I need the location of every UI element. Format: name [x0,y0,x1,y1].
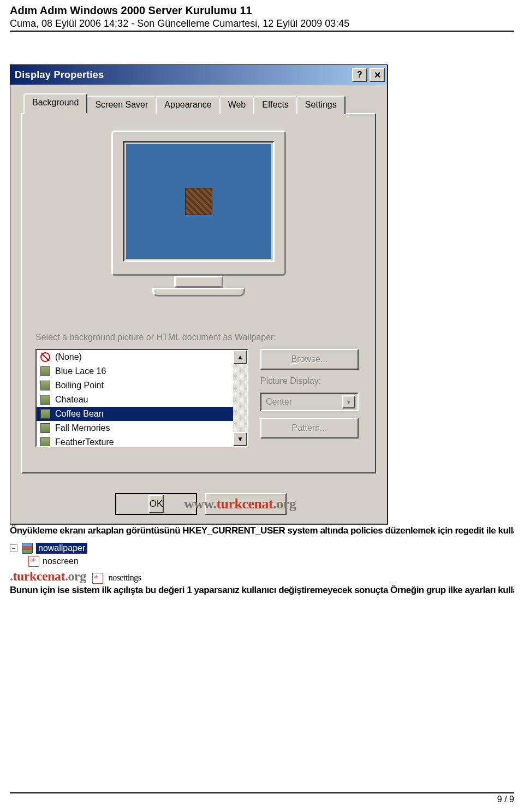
tab-panel-background: Select a background picture or HTML docu… [21,113,376,473]
string-value-icon [28,556,39,567]
list-item[interactable]: Chateau [37,393,233,407]
document-header: Adım Adım Windows 2000 Server Kurulumu 1… [10,4,514,32]
list-item-label: (None) [55,352,82,362]
bitmap-icon [40,380,51,391]
list-item-selected[interactable]: Coffee Bean [37,407,233,421]
registry-row[interactable]: noscreen [28,555,514,568]
bitmap-icon [40,394,51,405]
tree-collapse-icon[interactable]: − [10,544,17,552]
registry-value-label: nosettings [109,573,141,582]
list-item[interactable]: FeatherTexture [37,435,233,447]
registry-snippet: − nowallpaper noscreen .turkcenat.org no… [10,542,514,584]
garbled-text-1: Önyükleme ekranı arkaplan görüntüsünü HK… [10,525,514,540]
tab-effects[interactable]: Effects [253,96,297,114]
combo-value: Center [266,397,292,407]
list-item[interactable]: Boiling Point [37,378,233,393]
monitor-preview [111,131,286,297]
dialog-titlebar[interactable]: Display Properties ? ✕ [10,65,387,85]
watermark-overlay: www.turkcenat.org [184,496,296,512]
tab-web[interactable]: Web [219,96,255,114]
tab-screen-saver[interactable]: Screen Saver [86,96,157,114]
tab-strip: Background Screen Saver Appearance Web E… [21,93,376,113]
desktop-preview [126,144,271,259]
list-item-label: Chateau [55,395,88,405]
picture-display-combo[interactable]: Center ▼ [260,393,359,411]
registry-value-label: noscreen [43,556,79,566]
bitmap-icon [40,408,51,419]
cancel-button[interactable]: Cancel www.turkcenat.org [205,493,287,515]
list-item[interactable]: Blue Lace 16 [37,364,233,378]
watermark-text: .turkcenat.org nosettings [10,569,514,584]
chevron-down-icon[interactable]: ▼ [342,395,355,408]
tab-settings[interactable]: Settings [296,96,346,114]
garbled-text-2: Bunun için ise sistem ilk açılışta bu de… [10,585,514,599]
picture-display-label: Picture Display: [260,376,359,386]
scrollbar-vertical[interactable]: ▲ ▼ [233,350,247,446]
wallpaper-tile-icon [185,188,212,215]
close-button[interactable]: ✕ [370,68,385,82]
help-button[interactable]: ? [352,68,367,82]
list-item[interactable]: (None) [37,350,233,364]
list-item-label: Blue Lace 16 [55,366,106,376]
document-title: Adım Adım Windows 2000 Server Kurulumu 1… [10,4,514,17]
string-value-icon [92,573,103,584]
tab-background[interactable]: Background [23,93,87,114]
display-properties-dialog: Display Properties ? ✕ Background Screen… [10,64,388,524]
registry-value-selected: nowallpaper [36,543,87,554]
tab-appearance[interactable]: Appearance [156,96,220,114]
registry-row[interactable]: − nowallpaper [10,542,514,555]
scroll-track[interactable] [233,364,247,432]
binary-value-icon [22,543,33,554]
page-number: 9 / 9 [497,795,514,804]
bitmap-icon [40,423,51,434]
scroll-up-button[interactable]: ▲ [233,350,247,364]
list-item-label: FeatherTexture [55,437,114,447]
none-icon [40,352,51,363]
document-subtitle: Cuma, 08 Eylül 2006 14:32 - Son Güncelle… [10,18,514,29]
bitmap-icon [40,437,51,447]
dialog-title: Display Properties [15,69,350,81]
bitmap-icon [40,366,51,377]
list-item-label: Boiling Point [55,381,104,390]
list-item[interactable]: Fall Memories [37,421,233,435]
wallpaper-listbox[interactable]: (None) Blue Lace 16 Boiling Point [35,349,248,447]
dialog-button-row: OK Cancel www.turkcenat.org Apply [10,484,387,524]
select-wallpaper-label: Select a background picture or HTML docu… [35,333,276,342]
scroll-down-button[interactable]: ▼ [233,432,247,446]
pattern-button[interactable]: Pattern... [260,418,359,438]
list-item-label: Fall Memories [55,423,110,433]
browse-button[interactable]: BBrowse...rowse... [260,349,359,370]
list-item-label: Coffee Bean [55,409,104,419]
page-footer: 9 / 9 [10,792,514,804]
